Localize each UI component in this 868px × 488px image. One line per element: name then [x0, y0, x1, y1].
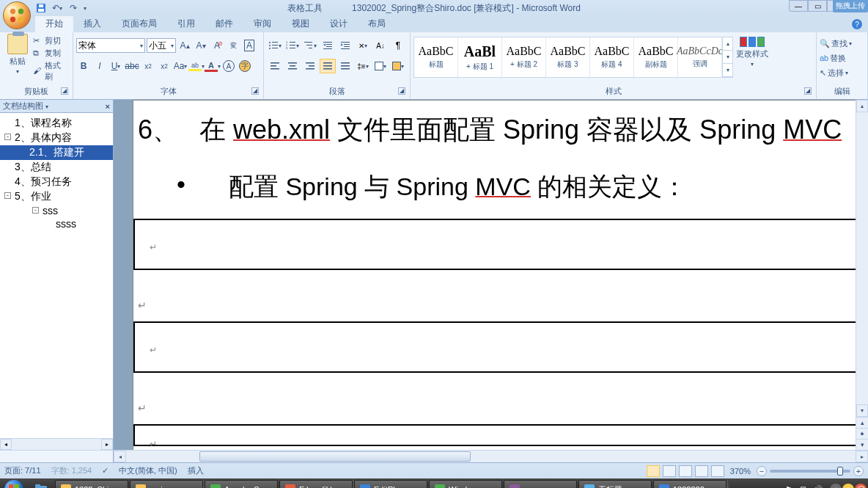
- font-size-select[interactable]: 小五▾: [147, 38, 176, 53]
- view-print-layout[interactable]: [647, 465, 660, 477]
- styles-scroll-down[interactable]: ▾: [723, 51, 732, 64]
- zoom-level[interactable]: 370%: [730, 467, 751, 476]
- clipboard-dialog-launcher[interactable]: ◢: [61, 87, 68, 95]
- nav-hscroll-track[interactable]: [12, 439, 101, 450]
- nav-dropdown-icon[interactable]: ▾: [45, 103, 48, 110]
- status-language[interactable]: 中文(简体, 中国): [119, 465, 177, 476]
- hscroll-track[interactable]: [126, 451, 856, 462]
- clear-formatting-button[interactable]: A⊘: [210, 38, 224, 53]
- tray-emoji-2[interactable]: ☺: [842, 484, 854, 488]
- change-case-button[interactable]: Aa▾: [173, 59, 188, 73]
- paragraph-dialog-launcher[interactable]: ◢: [398, 87, 405, 95]
- show-marks-button[interactable]: ¶: [390, 38, 406, 53]
- distributed-button[interactable]: [337, 59, 353, 73]
- shrink-font-button[interactable]: A▾: [194, 38, 208, 53]
- view-outline[interactable]: [695, 465, 708, 477]
- vscroll-down[interactable]: ▾: [856, 404, 868, 417]
- styles-scroll-up[interactable]: ▴: [723, 37, 732, 51]
- styles-dialog-launcher[interactable]: ◢: [804, 87, 812, 95]
- heading-6[interactable]: 6、 在 web.xml 文件里面配置 Spring 容器以及 Spring M…: [133, 108, 868, 170]
- table-cell-2[interactable]: ↵: [133, 321, 868, 373]
- grow-font-button[interactable]: A▴: [177, 38, 192, 53]
- vscroll-track[interactable]: [856, 112, 868, 404]
- tray-volume-icon[interactable]: 🔊: [812, 484, 824, 488]
- tree-expand-icon[interactable]: -: [4, 134, 11, 140]
- browse-object-button[interactable]: ●: [856, 428, 868, 439]
- hscroll-left[interactable]: ◂: [114, 451, 126, 462]
- subscript-button[interactable]: x2: [141, 59, 155, 73]
- tree-expand-icon[interactable]: -: [32, 207, 39, 214]
- pinned-explorer-icon[interactable]: [28, 478, 54, 488]
- multilevel-list-button[interactable]: ▾: [302, 38, 318, 53]
- taskbar-item[interactable]: E:\my-lib\...: [279, 480, 353, 488]
- sort-button[interactable]: A↓: [372, 38, 389, 53]
- document-page[interactable]: 6、 在 web.xml 文件里面配置 Spring 容器以及 Spring M…: [133, 100, 868, 450]
- style-heading2[interactable]: AaBbC+ 标题 2: [502, 37, 546, 77]
- paste-button[interactable]: 粘贴: [10, 56, 26, 67]
- borders-button[interactable]: ▾: [390, 59, 406, 73]
- char-border-button[interactable]: A: [242, 38, 257, 53]
- taskbar-item[interactable]: Apache S...: [205, 480, 278, 488]
- shading-button[interactable]: ▾: [372, 59, 389, 73]
- enclose-char-button[interactable]: 字: [238, 59, 252, 73]
- tab-insert[interactable]: 插入: [73, 15, 111, 32]
- tray-network-icon[interactable]: ⛨: [798, 484, 809, 488]
- superscript-button[interactable]: x2: [157, 59, 172, 73]
- view-web-layout[interactable]: [679, 465, 692, 477]
- font-name-select[interactable]: 宋体▾: [76, 38, 145, 53]
- nav-item[interactable]: -2、具体内容: [0, 131, 113, 145]
- find-button[interactable]: 🔍查找▾: [820, 37, 852, 50]
- tree-expand-icon[interactable]: -: [4, 192, 11, 199]
- font-dialog-launcher[interactable]: ◢: [251, 87, 259, 95]
- next-page-button[interactable]: ▾: [856, 439, 868, 450]
- start-button[interactable]: [0, 478, 28, 488]
- tab-mailings[interactable]: 邮件: [205, 15, 243, 32]
- zoom-in-button[interactable]: +: [853, 466, 864, 476]
- taskbar-item[interactable]: 1302_Shir...: [55, 480, 128, 488]
- align-center-button[interactable]: [284, 59, 301, 73]
- hscroll-thumb[interactable]: [199, 451, 471, 462]
- taskbar-item[interactable]: mymvnwo...: [504, 480, 577, 488]
- nav-item[interactable]: -5、作业: [0, 189, 113, 204]
- align-right-button[interactable]: [302, 59, 318, 73]
- drag-upload-badge[interactable]: 拖拽上传: [833, 0, 868, 12]
- qat-more-icon[interactable]: ▾: [84, 5, 87, 12]
- font-color-button[interactable]: A▾: [205, 59, 220, 73]
- align-left-button[interactable]: [267, 59, 283, 73]
- cut-button[interactable]: ✂剪切: [33, 35, 68, 46]
- status-spellcheck-icon[interactable]: ✓: [102, 466, 108, 476]
- tray-emoji-1[interactable]: ☻: [830, 484, 842, 488]
- italic-button[interactable]: I: [92, 59, 107, 73]
- zoom-out-button[interactable]: −: [757, 466, 767, 476]
- style-heading4[interactable]: AaBbC标题 4: [590, 37, 634, 77]
- tab-review[interactable]: 审阅: [243, 15, 282, 32]
- copy-button[interactable]: ⧉复制: [33, 48, 68, 59]
- vscroll-up[interactable]: ▴: [856, 100, 868, 112]
- zoom-slider-thumb[interactable]: [837, 467, 843, 476]
- styles-expand[interactable]: ▾: [723, 64, 732, 77]
- style-emphasis[interactable]: AaBbCcDc强调: [678, 37, 722, 77]
- bold-button[interactable]: B: [76, 59, 91, 73]
- status-mode[interactable]: 插入: [188, 465, 204, 476]
- style-title[interactable]: AaBbC标题: [414, 37, 458, 77]
- tab-home[interactable]: 开始: [35, 15, 73, 32]
- taskbar-item[interactable]: Windows...: [429, 480, 502, 488]
- format-painter-button[interactable]: 🖌格式刷: [33, 60, 68, 82]
- prev-page-button[interactable]: ▴: [856, 417, 868, 428]
- paste-icon[interactable]: [7, 34, 28, 54]
- nav-item[interactable]: 2.1、搭建开: [0, 145, 113, 160]
- zoom-slider[interactable]: [770, 470, 850, 473]
- underline-button[interactable]: U▾: [108, 59, 123, 73]
- hscroll-right[interactable]: ▸: [856, 451, 868, 462]
- table-cell-3[interactable]: ↵: [133, 424, 868, 446]
- undo-icon[interactable]: ↶▾: [51, 2, 63, 14]
- taskbar-item[interactable]: EditPlus - ...: [354, 480, 427, 488]
- tray-up-icon[interactable]: ▴: [768, 484, 780, 488]
- tab-layout[interactable]: 布局: [358, 15, 396, 32]
- office-button[interactable]: [3, 1, 31, 29]
- char-shading-button[interactable]: A: [221, 59, 236, 73]
- taskbar-item[interactable]: 1302002_...: [653, 480, 727, 488]
- tray-flag-icon[interactable]: ⚑: [783, 484, 795, 488]
- increase-indent-button[interactable]: [337, 38, 353, 53]
- nav-item[interactable]: 3、总结: [0, 160, 113, 175]
